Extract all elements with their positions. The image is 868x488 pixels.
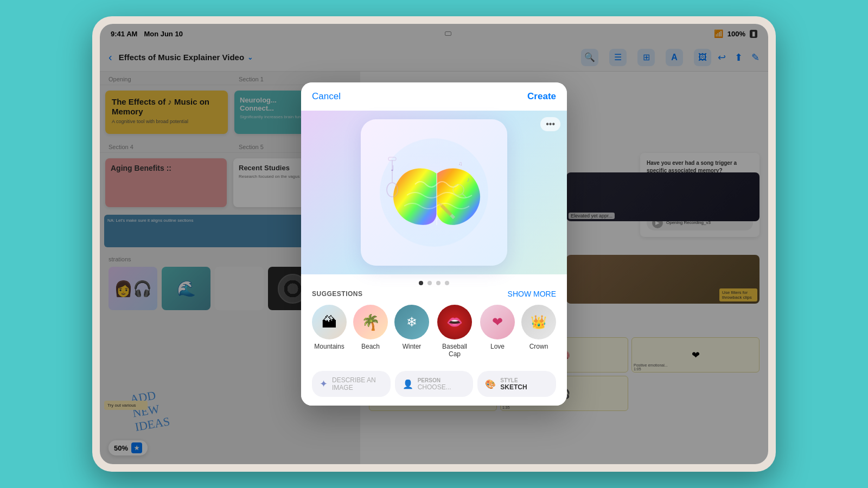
- describe-image-placeholder: DESCRIBE AN IMAGE: [332, 376, 383, 391]
- modal-image-area: •••: [301, 111, 567, 274]
- svg-text:♩: ♩: [391, 164, 394, 172]
- dot-1[interactable]: [419, 281, 423, 285]
- show-more-button[interactable]: SHOW MORE: [508, 290, 556, 298]
- suggestions-title: SUGGESTIONS: [312, 290, 363, 298]
- baseball-icon: 👄: [446, 314, 463, 330]
- style-input[interactable]: 🎨 STYLE SKETCH: [477, 371, 556, 397]
- modal-bottom-inputs: ✦ DESCRIBE AN IMAGE 👤 PERSON CHOOSE... 🎨: [301, 367, 567, 406]
- suggestions-header: SUGGESTIONS SHOW MORE: [312, 290, 556, 298]
- suggestion-love-circle: ❤: [480, 305, 515, 339]
- suggestion-crown-circle: 👑: [521, 305, 556, 339]
- svg-text:♪: ♪: [467, 176, 470, 183]
- suggestion-baseball-circle: 👄: [437, 305, 472, 339]
- style-icon: 🎨: [485, 379, 496, 389]
- ipad-screen: 9:41 AM Mon Jun 10 📶 100% ▮ ‹ Effects of…: [100, 24, 768, 464]
- person-icon: 👤: [403, 379, 413, 389]
- modal-header: Cancel Create: [301, 82, 567, 111]
- suggestion-crown[interactable]: 👑 Crown: [521, 305, 556, 358]
- suggestion-beach[interactable]: 🌴 Beach: [353, 305, 388, 358]
- describe-image-input[interactable]: ✦ DESCRIBE AN IMAGE: [312, 371, 391, 397]
- crown-icon: 👑: [531, 314, 547, 330]
- suggestion-beach-label: Beach: [361, 343, 380, 350]
- suggestion-winter-label: Winter: [403, 343, 422, 350]
- suggestion-baseball-label: Baseball Cap: [436, 343, 474, 358]
- modal-overlay: Cancel Create •••: [100, 24, 768, 464]
- suggestions-grid: 🏔 Mountains 🌴 Beach ❄: [312, 305, 556, 358]
- more-options-button[interactable]: •••: [540, 117, 560, 131]
- person-text: PERSON CHOOSE...: [418, 377, 451, 391]
- svg-text:♫: ♫: [458, 160, 463, 166]
- image-creation-modal: Cancel Create •••: [301, 82, 567, 406]
- pagination-dots: [301, 274, 567, 290]
- ai-generated-image: ♩ ♪ ♫: [361, 119, 507, 266]
- suggestion-love[interactable]: ❤ Love: [480, 305, 515, 358]
- dot-2[interactable]: [427, 281, 432, 285]
- love-icon: ❤: [492, 314, 503, 330]
- create-button[interactable]: Create: [527, 91, 556, 102]
- ipad-frame: 9:41 AM Mon Jun 10 📶 100% ▮ ‹ Effects of…: [92, 16, 776, 472]
- suggestion-winter[interactable]: ❄ Winter: [394, 305, 429, 358]
- suggestion-love-label: Love: [490, 343, 505, 350]
- suggestion-winter-circle: ❄: [394, 305, 429, 339]
- suggestion-mountains[interactable]: 🏔 Mountains: [312, 305, 347, 358]
- describe-image-icon: ✦: [320, 378, 328, 390]
- suggestion-mountains-label: Mountains: [314, 343, 344, 350]
- suggestions-section: SUGGESTIONS SHOW MORE 🏔 Mountains: [301, 290, 567, 367]
- brain-illustration: ♩ ♪ ♫: [374, 133, 494, 252]
- suggestion-crown-label: Crown: [529, 343, 548, 350]
- mountains-icon: 🏔: [322, 313, 337, 331]
- suggestion-baseball-cap[interactable]: 👄 Baseball Cap: [436, 305, 474, 358]
- cancel-button[interactable]: Cancel: [312, 91, 341, 102]
- suggestion-beach-circle: 🌴: [353, 305, 388, 339]
- dot-4[interactable]: [445, 281, 449, 285]
- suggestion-mountains-circle: 🏔: [312, 305, 347, 339]
- style-text: STYLE SKETCH: [500, 377, 527, 391]
- person-input[interactable]: 👤 PERSON CHOOSE...: [395, 371, 474, 397]
- dot-3[interactable]: [436, 281, 441, 285]
- beach-icon: 🌴: [361, 313, 380, 331]
- winter-icon: ❄: [406, 314, 417, 330]
